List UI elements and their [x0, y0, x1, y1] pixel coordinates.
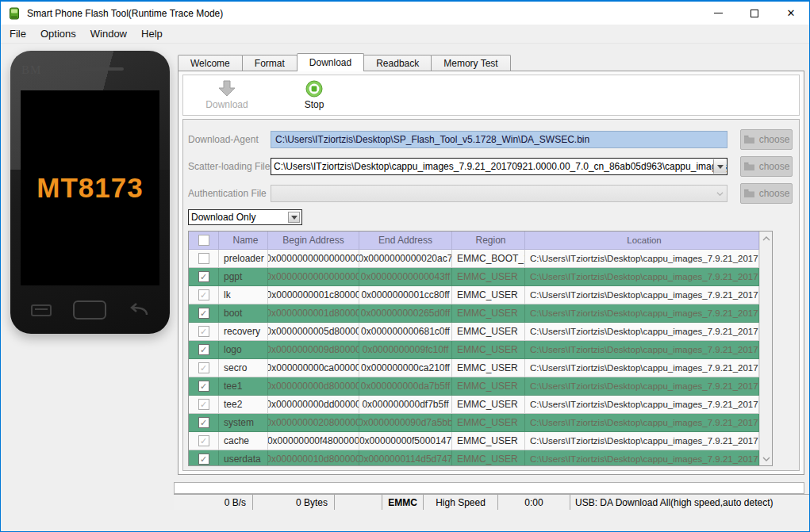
cell-name: tee2 [219, 396, 268, 414]
cell-location: C:\Users\ITziortzis\Desktop\cappu_images… [525, 432, 759, 450]
table-header: NameBegin AddressEnd AddressRegionLocati… [189, 232, 759, 250]
cell-end-address: 0x000000000681c0ff [359, 323, 452, 341]
cell-begin-address: 0x0000000020800000 [268, 414, 359, 432]
checkbox-icon [198, 417, 209, 428]
download-agent-field[interactable]: C:\Users\ITziortzis\Desktop\SP_Flash_Too… [271, 131, 727, 148]
download-tab-page: Download Stop Download-Agent C:\Users\IT… [178, 71, 804, 475]
table-row-boot[interactable]: boot0x0000000001d800000x000000000265d0ff… [189, 304, 759, 323]
cell-location: C:\Users\ITziortzis\Desktop\cappu_images… [525, 341, 759, 359]
table-row-system[interactable]: system0x00000000208000000x0000000090d7a5… [189, 414, 759, 432]
phone-menu-icon [31, 304, 52, 316]
cell-end-address: 0x000000000ca210ff [359, 359, 452, 377]
toolbar: Download Stop [182, 75, 800, 116]
phone-speaker [79, 67, 124, 71]
table-row-secro[interactable]: secro0x000000000ca000000x000000000ca210f… [189, 359, 759, 377]
cell-begin-address: 0x0000000009d80000 [268, 341, 359, 359]
cell-end-address: 0x00000000000043ff [359, 268, 452, 286]
choose-label: choose [759, 188, 790, 199]
cell-begin-address: 0x0000000005d80000 [268, 323, 359, 341]
checkbox-icon [198, 289, 209, 300]
cell-begin-address: 0x0000000001c80000 [268, 286, 359, 304]
scatter-file-combobox[interactable]: C:\Users\ITziortzis\Desktop\cappu_images… [271, 158, 727, 175]
header-end-address: End Address [359, 232, 452, 250]
menu-item-window[interactable]: Window [83, 25, 134, 44]
cell-end-address: 0x000000000da7b5ff [359, 377, 452, 396]
cell-begin-address: 0x000000000ca00000 [268, 359, 359, 377]
table-row-preloader[interactable]: preloader0x00000000000000000x00000000000… [189, 250, 759, 268]
row-checkbox[interactable] [189, 286, 219, 304]
authentication-choose-button[interactable]: choose [740, 183, 793, 204]
status-cell-2 [335, 495, 382, 510]
table-row-cache[interactable]: cache0x00000000f48000000x00000000f500014… [189, 432, 759, 450]
mode-dropdown-button[interactable] [288, 212, 300, 223]
download-agent-choose-button[interactable]: choose [740, 129, 793, 150]
cell-region: EMMC_USER [452, 286, 525, 304]
checkbox-icon [198, 381, 209, 392]
scatter-choose-button[interactable]: choose [740, 156, 793, 177]
row-checkbox[interactable] [189, 304, 219, 323]
stop-tool-button[interactable]: Stop [271, 80, 358, 110]
select-all-checkbox[interactable] [198, 235, 209, 246]
row-checkbox[interactable] [189, 414, 219, 432]
status-cell-1: 0 Bytes [253, 495, 335, 510]
cell-location: C:\Users\ITziortzis\Desktop\cappu_images… [525, 414, 759, 432]
menu-item-options[interactable]: Options [33, 25, 83, 44]
cell-location: C:\Users\ITziortzis\Desktop\cappu_images… [525, 377, 759, 396]
progress-bar [174, 482, 804, 494]
chevron-down-icon [716, 190, 724, 197]
row-checkbox[interactable] [189, 377, 219, 396]
cell-end-address: 0x000000000265d0ff [359, 304, 452, 323]
tab-format[interactable]: Format [242, 55, 298, 71]
cell-begin-address: 0x0000000000000000 [268, 268, 359, 286]
cell-end-address: 0x0000000090d7a5bb [359, 414, 452, 432]
tab-memory-test[interactable]: Memory Test [431, 55, 510, 71]
cell-name: system [219, 414, 268, 432]
table-row-tee1[interactable]: tee10x000000000d8000000x000000000da7b5ff… [189, 377, 759, 396]
minimize-button[interactable] [700, 2, 736, 25]
download-mode-select[interactable]: Download Only [188, 209, 302, 225]
row-checkbox[interactable] [189, 432, 219, 450]
cell-begin-address: 0x0000000001d80000 [268, 304, 359, 323]
menu-item-file[interactable]: File [2, 25, 33, 44]
table-row-lk[interactable]: lk0x0000000001c800000x0000000001cc80ffEM… [189, 286, 759, 304]
phone-brand-label: BM [21, 63, 41, 77]
table-row-logo[interactable]: logo0x0000000009d800000x0000000009fc10ff… [189, 341, 759, 359]
close-button[interactable]: ✕ [773, 2, 809, 25]
header-select-all[interactable] [189, 232, 219, 250]
cell-region: EMMC_USER [452, 432, 525, 450]
folder-icon [743, 189, 755, 198]
download-arrow-icon [217, 80, 236, 98]
row-checkbox[interactable] [189, 341, 219, 359]
table-row-userdata[interactable]: userdata0x000000010d8000000x0000000114d5… [189, 450, 759, 466]
row-checkbox[interactable] [189, 396, 219, 414]
table-scrollbar[interactable] [759, 232, 772, 465]
cell-region: EMMC_BOOT_1 [452, 250, 525, 268]
maximize-button[interactable] [736, 2, 773, 25]
row-checkbox[interactable] [189, 359, 219, 377]
table-row-pgpt[interactable]: pgpt0x00000000000000000x00000000000043ff… [189, 268, 759, 286]
status-bar: 0 B/s0 BytesEMMCHigh Speed0:00USB: DA Do… [174, 494, 810, 510]
row-checkbox[interactable] [189, 450, 219, 466]
download-tool-button[interactable]: Download [183, 80, 271, 110]
row-checkbox[interactable] [189, 250, 219, 268]
tab-welcome[interactable]: Welcome [178, 55, 243, 71]
checkbox-icon [198, 399, 209, 410]
status-cell-0: 0 B/s [174, 495, 253, 510]
header-name: Name [219, 232, 268, 250]
row-checkbox[interactable] [189, 268, 219, 286]
menu-item-help[interactable]: Help [134, 25, 170, 44]
cell-name: boot [219, 304, 268, 323]
table-row-recovery[interactable]: recovery0x0000000005d800000x000000000681… [189, 323, 759, 341]
scroll-up-button[interactable] [760, 232, 772, 245]
row-checkbox[interactable] [189, 323, 219, 341]
table-row-tee2[interactable]: tee20x000000000dd000000x000000000df7b5ff… [189, 396, 759, 414]
tab-download[interactable]: Download [297, 53, 364, 71]
cell-begin-address: 0x000000000dd00000 [268, 396, 359, 414]
cell-name: tee1 [219, 377, 268, 396]
tab-readback[interactable]: Readback [363, 55, 432, 71]
cell-end-address: 0x00000000f5000147 [359, 432, 452, 450]
scatter-dropdown-button[interactable] [713, 159, 726, 174]
scroll-down-button[interactable] [760, 452, 772, 465]
authentication-file-combobox[interactable] [271, 185, 727, 202]
cell-location: C:\Users\ITziortzis\Desktop\cappu_images… [525, 268, 759, 286]
